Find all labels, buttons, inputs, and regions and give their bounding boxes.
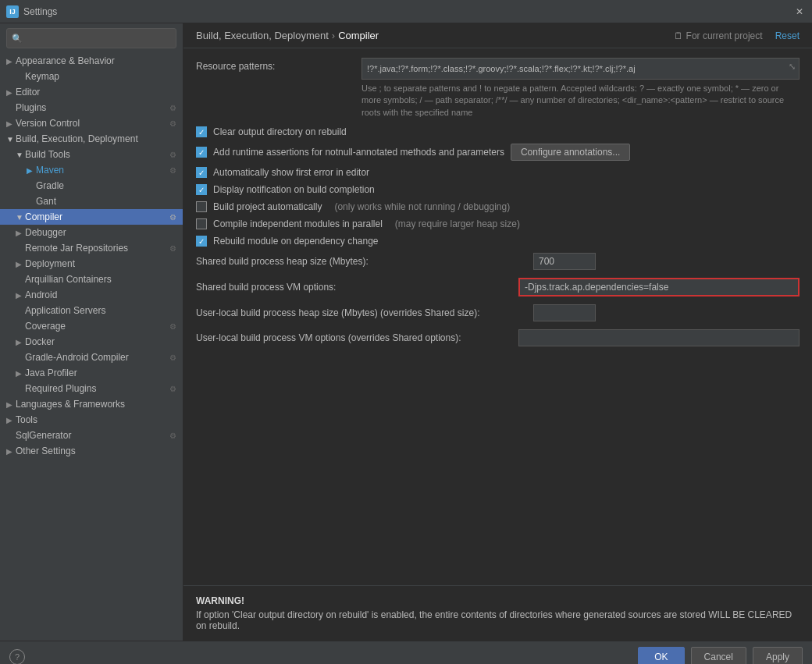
sidebar-item-required-plugins[interactable]: Required Plugins ⚙ <box>0 381 183 396</box>
warning-title: WARNING! <box>196 595 800 606</box>
arrow-icon: ▶ <box>27 166 36 175</box>
sidebar-item-application-servers[interactable]: Application Servers <box>0 303 183 318</box>
ok-button[interactable]: OK <box>638 647 684 665</box>
footer-left: ? <box>9 649 25 665</box>
footer: ? OK Cancel Apply <box>0 641 812 664</box>
settings-icon: ⚙ <box>169 385 176 393</box>
checkbox-display-notification-label: Display notification on build completion <box>213 184 375 195</box>
checkbox-build-auto-input[interactable] <box>196 201 207 212</box>
checkbox-auto-show-input[interactable] <box>196 167 207 178</box>
sidebar-item-label: Application Servers <box>25 305 176 316</box>
sidebar-item-debugger[interactable]: ▶ Debugger <box>0 225 183 240</box>
sidebar-item-gradle-android[interactable]: Gradle-Android Compiler ⚙ <box>0 350 183 365</box>
sidebar-item-appearance-behavior[interactable]: ▶ Appearance & Behavior <box>0 53 183 69</box>
sidebar-item-label: Compiler <box>25 211 169 222</box>
sidebar-item-deployment[interactable]: ▶ Deployment <box>0 256 183 272</box>
user-vm-options-label: User-local build process VM options (ove… <box>196 332 509 343</box>
main-container: 🔍 ▶ Appearance & Behavior Keymap ▶ Edito… <box>0 23 812 641</box>
sidebar-item-remote-jar[interactable]: Remote Jar Repositories ⚙ <box>0 240 183 256</box>
sidebar-item-label: Appearance & Behavior <box>16 55 176 66</box>
user-vm-options-row: User-local build process VM options (ove… <box>196 329 800 346</box>
sidebar-item-label: Version Control <box>16 118 169 129</box>
reset-button[interactable]: Reset <box>775 30 800 41</box>
user-heap-input[interactable] <box>533 304 596 321</box>
sidebar: 🔍 ▶ Appearance & Behavior Keymap ▶ Edito… <box>0 23 183 641</box>
arrow-icon <box>16 385 25 393</box>
sidebar-item-docker[interactable]: ▶ Docker <box>0 334 183 350</box>
checkbox-build-auto: Build project automatically (only works … <box>196 201 800 212</box>
apply-button[interactable]: Apply <box>753 647 803 665</box>
arrow-icon: ▶ <box>16 229 25 237</box>
sidebar-item-gant[interactable]: Gant <box>0 194 183 209</box>
vm-options-label: Shared build process VM options: <box>196 282 509 293</box>
search-input[interactable] <box>26 33 171 44</box>
warning-box: WARNING! If option 'Clear output directo… <box>183 585 812 641</box>
checkbox-display-notification-input[interactable] <box>196 184 207 195</box>
checkbox-clear-output-input[interactable] <box>196 126 207 137</box>
sidebar-item-other-settings[interactable]: ▶ Other Settings <box>0 443 183 459</box>
sidebar-item-editor[interactable]: ▶ Editor <box>0 84 183 100</box>
for-project-label: 🗒 For current project <box>674 30 763 41</box>
configure-annotations-button[interactable]: Configure annotations... <box>511 144 630 161</box>
settings-icon: ⚙ <box>169 213 176 222</box>
sidebar-item-version-control[interactable]: ▶ Version Control ⚙ <box>0 115 183 131</box>
vm-options-input[interactable] <box>518 278 800 296</box>
checkbox-add-runtime-input[interactable] <box>196 147 207 158</box>
user-vm-options-input[interactable] <box>518 329 800 346</box>
sidebar-item-java-profiler[interactable]: ▶ Java Profiler <box>0 365 183 381</box>
settings-icon: ⚙ <box>169 322 176 331</box>
arrow-icon: ▶ <box>6 400 16 409</box>
arrow-icon <box>16 307 25 315</box>
sidebar-item-gradle[interactable]: Gradle <box>0 178 183 194</box>
search-box[interactable]: 🔍 <box>6 28 176 48</box>
checkbox-rebuild-module-input[interactable] <box>196 236 207 247</box>
cancel-button[interactable]: Cancel <box>691 647 746 665</box>
sidebar-item-sqlgenerator[interactable]: SqlGenerator ⚙ <box>0 428 183 443</box>
checkbox-auto-show-label: Automatically show first error in editor <box>213 167 369 178</box>
sidebar-item-coverage[interactable]: Coverage ⚙ <box>0 318 183 334</box>
sidebar-item-build-execution-deployment[interactable]: ▼ Build, Execution, Deployment <box>0 131 183 147</box>
sidebar-item-label: Debugger <box>25 227 176 238</box>
arrow-icon: ▶ <box>16 338 25 346</box>
checkbox-build-auto-label: Build project automatically <box>213 201 322 212</box>
checkbox-compile-independent-input[interactable] <box>196 218 207 229</box>
resource-pattern-display[interactable]: !?*.java;!?*.form;!?*.class;!?*.groovy;!… <box>361 58 800 80</box>
sidebar-item-label: Keymap <box>25 71 176 82</box>
expand-icon[interactable]: ⤡ <box>789 62 796 72</box>
arrow-icon <box>16 244 25 253</box>
vm-options-row: Shared build process VM options: <box>196 278 800 296</box>
sidebar-item-arquillian[interactable]: Arquillian Containers <box>0 272 183 287</box>
sidebar-item-label: Arquillian Containers <box>25 274 176 285</box>
breadcrumb-arrow: › <box>332 30 335 41</box>
user-heap-row: User-local build process heap size (Mbyt… <box>196 304 800 321</box>
sidebar-item-languages-frameworks[interactable]: ▶ Languages & Frameworks <box>0 396 183 412</box>
close-button[interactable]: ✕ <box>793 5 806 18</box>
sidebar-item-compiler[interactable]: ▼ Compiler ⚙ <box>0 209 183 225</box>
arrow-icon <box>27 182 36 190</box>
checkbox-clear-output: Clear output directory on rebuild <box>196 126 800 137</box>
app-icon: IJ <box>6 5 19 18</box>
sidebar-item-build-tools[interactable]: ▼ Build Tools ⚙ <box>0 147 183 162</box>
sidebar-item-label: Gradle-Android Compiler <box>25 352 169 363</box>
sidebar-item-android[interactable]: ▶ Android <box>0 287 183 303</box>
content-body: Resource patterns: !?*.java;!?*.form;!?*… <box>183 48 812 585</box>
heap-size-input[interactable] <box>533 253 596 270</box>
resource-pattern-hint: Use ; to separate patterns and ! to nega… <box>361 83 800 119</box>
sidebar-item-tools[interactable]: ▶ Tools <box>0 412 183 428</box>
help-button[interactable]: ? <box>9 649 25 665</box>
checkbox-build-auto-hint: (only works while not running / debuggin… <box>334 201 510 212</box>
breadcrumb-part2: Compiler <box>338 30 379 41</box>
sidebar-item-label: Gant <box>36 196 176 207</box>
checkbox-compile-independent-hint: (may require larger heap size) <box>395 218 520 229</box>
sidebar-item-keymap[interactable]: Keymap <box>0 69 183 84</box>
sidebar-item-label: Coverage <box>25 321 169 332</box>
sidebar-item-label: Tools <box>16 414 176 425</box>
sidebar-item-maven[interactable]: ▶ Maven ⚙ <box>0 162 183 178</box>
arrow-icon: ▶ <box>6 447 16 456</box>
sidebar-item-plugins[interactable]: Plugins ⚙ <box>0 100 183 115</box>
resource-pattern-value: !?*.java;!?*.form;!?*.class;!?*.groovy;!… <box>367 64 651 73</box>
arrow-icon: ▶ <box>6 416 16 424</box>
search-icon: 🔍 <box>12 34 23 44</box>
arrow-icon <box>16 275 25 284</box>
checkbox-auto-show: Automatically show first error in editor <box>196 167 800 178</box>
